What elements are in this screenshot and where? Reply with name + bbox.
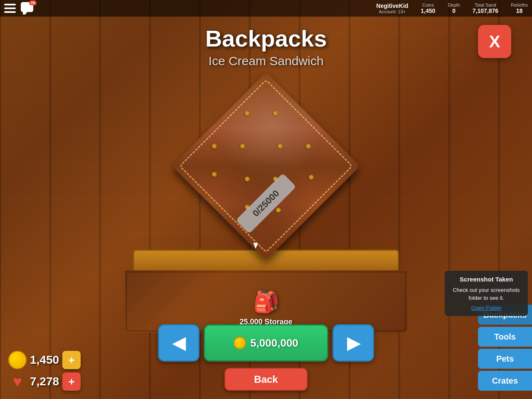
coins-row: 1,450 + bbox=[8, 351, 81, 369]
navigation-buttons: ◀ 5,000,000 ▶ bbox=[158, 324, 374, 362]
left-arrow-icon: ◀ bbox=[172, 333, 185, 352]
coin-icon-hud bbox=[8, 351, 27, 369]
heart-icon: ♥ bbox=[8, 372, 27, 391]
next-button[interactable]: ▶ bbox=[332, 324, 374, 362]
coins-stat: Coins 1,450 bbox=[421, 2, 435, 14]
screenshot-toast: Screenshot Taken Check out your screensh… bbox=[445, 271, 528, 316]
health-plus-icon: + bbox=[68, 375, 74, 388]
buy-button[interactable]: 5,000,000 bbox=[204, 324, 328, 362]
crates-label: Crates bbox=[492, 376, 518, 386]
open-folder-button[interactable]: Open Folder bbox=[451, 304, 522, 312]
stats-bar: NegitiveKid Account: 13+ Coins 1,450 Dep… bbox=[376, 2, 528, 14]
coins-value: 1,450 bbox=[421, 7, 435, 14]
depth-value: 0 bbox=[448, 7, 460, 14]
right-menu: Backpacks Tools Pets Crates bbox=[478, 305, 532, 391]
right-arrow-icon: ▶ bbox=[347, 333, 360, 352]
total-sand-stat: Total Sand 7,107,876 bbox=[473, 2, 498, 14]
chat-badge: 76 bbox=[29, 0, 37, 5]
chat-button[interactable]: 76 bbox=[21, 2, 35, 15]
close-icon: X bbox=[489, 32, 500, 51]
pets-menu-button[interactable]: Pets bbox=[478, 349, 532, 369]
top-bar: 76 NegitiveKid Account: 13+ Coins 1,450 … bbox=[0, 0, 532, 17]
player-stat: NegitiveKid Account: 13+ bbox=[376, 2, 408, 14]
back-label: Back bbox=[254, 374, 278, 385]
buy-price: 5,000,000 bbox=[250, 337, 298, 350]
total-sand-value: 7,107,876 bbox=[473, 7, 498, 14]
coins-label: Coins bbox=[421, 2, 435, 7]
hud-health-value: 7,278 bbox=[30, 375, 59, 388]
health-row: ♥ 7,278 + bbox=[8, 372, 81, 391]
screenshot-message: Check out your screenshots folder to see… bbox=[451, 286, 522, 302]
crates-menu-button[interactable]: Crates bbox=[478, 371, 532, 391]
player-name: NegitiveKid bbox=[376, 2, 408, 9]
bottom-hud: 1,450 + ♥ 7,278 + bbox=[8, 351, 81, 391]
screenshot-title: Screenshot Taken bbox=[451, 275, 522, 284]
item-display-area bbox=[183, 83, 349, 249]
plus-icon: + bbox=[68, 354, 74, 367]
pets-label: Pets bbox=[496, 354, 514, 364]
prev-button[interactable]: ◀ bbox=[158, 324, 200, 362]
rebirths-stat: Rebirths 18 bbox=[511, 2, 528, 14]
hud-coins-value: 1,450 bbox=[30, 353, 59, 367]
depth-label: Depth bbox=[448, 2, 460, 7]
coin-icon bbox=[234, 337, 246, 349]
add-health-button[interactable]: + bbox=[62, 372, 81, 391]
depth-stat: Depth 0 bbox=[448, 2, 460, 14]
tools-menu-button[interactable]: Tools bbox=[478, 327, 532, 347]
rebirths-value: 18 bbox=[511, 7, 528, 14]
close-button[interactable]: X bbox=[478, 25, 511, 58]
hamburger-menu[interactable] bbox=[4, 4, 16, 13]
sub-title: Ice Cream Sandwich bbox=[0, 54, 532, 68]
item-border bbox=[179, 79, 353, 253]
total-sand-label: Total Sand bbox=[473, 2, 498, 7]
backpack-item-image bbox=[172, 72, 360, 260]
rebirths-label: Rebirths bbox=[511, 2, 528, 7]
tools-label: Tools bbox=[494, 332, 516, 342]
back-button[interactable]: Back bbox=[224, 368, 308, 391]
cursor bbox=[252, 242, 258, 249]
backpack-icon: 🎒 bbox=[253, 290, 279, 314]
add-coins-button[interactable]: + bbox=[62, 351, 81, 369]
account-level: Account: 13+ bbox=[376, 9, 408, 14]
title-area: Backpacks Ice Cream Sandwich bbox=[0, 25, 532, 68]
main-title: Backpacks bbox=[0, 25, 532, 52]
